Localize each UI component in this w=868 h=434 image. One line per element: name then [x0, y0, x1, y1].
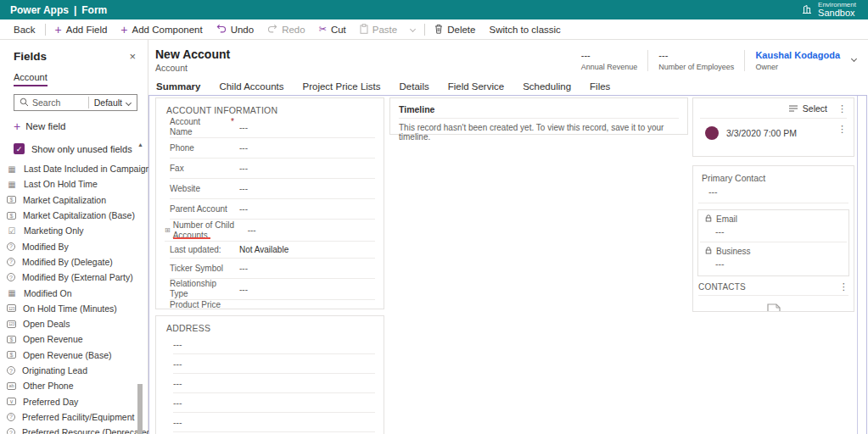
field-list-item[interactable]: Open Revenue — [7, 331, 148, 347]
field-label: Parent Account — [170, 204, 234, 214]
email-field-value[interactable]: --- — [698, 224, 848, 242]
field-list-item[interactable]: Preferred Resource (Deprecated) — [7, 425, 148, 434]
paste-options-dropdown[interactable] — [404, 19, 422, 39]
number-icon — [7, 304, 16, 312]
field-list-item[interactable]: Marketing Only — [7, 223, 148, 238]
field-list-item[interactable]: Other Phone — [7, 378, 148, 393]
close-icon[interactable]: × — [129, 50, 136, 63]
form-field-row[interactable]: --- — [173, 413, 375, 432]
more-options-icon[interactable]: ⋮ — [839, 282, 848, 292]
form-field-row[interactable]: Product Price List --- — [170, 300, 375, 309]
form-tab-strip: Summary Child Accounts Project Price Lis… — [148, 73, 868, 97]
field-label: Ticker Symbol — [170, 264, 234, 274]
form-field-row[interactable]: --- — [173, 354, 375, 374]
form-field-row[interactable]: --- — [173, 335, 375, 354]
field-list-item[interactable]: Market Capitalization — [7, 192, 148, 208]
clipboard-icon — [360, 24, 368, 36]
field-list-item[interactable]: Open Deals — [7, 316, 148, 331]
form-field-row-rollup[interactable]: ⊞ Number of Child Accounts --- — [165, 220, 375, 242]
stat-label: Number of Employees — [658, 63, 734, 71]
more-options-icon[interactable]: ⋮ — [837, 125, 847, 134]
new-field-label: New field — [25, 121, 65, 131]
field-list-item[interactable]: On Hold Time (Minutes) — [7, 301, 148, 316]
switch-to-classic-button[interactable]: Switch to classic — [482, 19, 567, 39]
search-input[interactable] — [32, 97, 88, 108]
cut-label: Cut — [331, 25, 346, 35]
plus-icon: + — [14, 120, 20, 132]
form-field-row[interactable]: Relationship Type --- — [170, 279, 375, 300]
field-value: --- — [173, 339, 182, 349]
add-component-button[interactable]: + Add Component — [114, 19, 209, 39]
number-icon — [7, 320, 16, 328]
paste-button[interactable]: Paste — [353, 19, 404, 39]
environment-picker[interactable]: Environment Sandbox — [802, 2, 856, 19]
owner-link[interactable]: Kaushal Kodagoda — [755, 50, 840, 60]
brand-name: Power Apps — [10, 4, 69, 16]
field-label: Preferred Day — [23, 397, 78, 407]
field-list-item[interactable]: Preferred Day — [7, 393, 148, 409]
form-field-row[interactable]: --- — [173, 393, 375, 413]
form-field-row[interactable]: --- — [173, 374, 375, 393]
plus-icon: + — [55, 24, 62, 36]
field-value: --- — [239, 285, 248, 294]
contacts-section-header: CONTACTS ⋮ — [698, 282, 848, 296]
toolbar-divider — [45, 24, 46, 36]
tab-account[interactable]: Account — [14, 72, 48, 86]
activity-item[interactable]: 3/3/2020 7:00 PM ⋮ — [693, 119, 854, 140]
form-field-row[interactable]: Account Name* --- — [170, 117, 375, 138]
lookup-icon — [7, 428, 15, 434]
quick-view-fields: Email --- Business --- — [697, 209, 849, 276]
form-field-row[interactable]: Parent Account --- — [170, 199, 375, 220]
view-selector[interactable]: Default — [89, 97, 126, 108]
lookup-icon — [7, 258, 15, 266]
delete-label: Delete — [447, 25, 475, 35]
chevron-down-icon[interactable] — [126, 99, 132, 105]
sidebar-scrollbar-thumb[interactable] — [137, 384, 143, 434]
field-label: On Hold Time (Minutes) — [23, 303, 117, 314]
form-canvas[interactable]: ACCOUNT INFORMATION Account Name* --- Ph… — [148, 95, 867, 434]
stat-label: Owner — [755, 63, 840, 71]
more-options-icon[interactable]: ⋮ — [837, 104, 847, 114]
delete-button[interactable]: Delete — [428, 19, 482, 39]
field-value: Not Available — [239, 245, 288, 254]
redo-button[interactable]: Redo — [260, 19, 312, 39]
calendar-icon — [7, 164, 17, 174]
form-field-row[interactable]: Ticker Symbol --- — [170, 259, 375, 279]
show-unused-checkbox[interactable]: ✓ Show only unused fields — [14, 143, 148, 154]
section-title: ACCOUNT INFORMATION — [156, 98, 384, 117]
business-field-value[interactable]: --- — [698, 256, 848, 274]
form-field-row[interactable]: Website --- — [170, 179, 375, 199]
primary-contact-value[interactable]: --- — [698, 185, 848, 203]
back-button[interactable]: Back — [7, 19, 42, 39]
show-unused-label: Show only unused fields — [31, 144, 132, 154]
business-field-label: Business — [698, 242, 848, 256]
field-list-item[interactable]: Modified By (Delegate) — [7, 254, 148, 270]
field-label: Account Name* — [170, 117, 234, 137]
timeline-card[interactable]: Timeline This record hasn't been created… — [389, 97, 688, 135]
form-field-row[interactable]: Phone --- — [170, 138, 375, 159]
currency-icon — [7, 351, 16, 359]
field-list-item[interactable]: Market Capitalization (Base) — [7, 208, 148, 223]
scroll-up-arrow[interactable]: ▲ — [137, 142, 143, 147]
field-list-item[interactable]: Open Revenue (Base) — [7, 348, 148, 363]
field-list-item[interactable]: Last On Hold Time — [7, 176, 148, 192]
chevron-down-icon[interactable] — [851, 56, 857, 62]
form-field-row[interactable]: Fax --- — [170, 159, 375, 179]
field-label: Last Date Included in Campaign — [24, 164, 150, 174]
app-brand[interactable]: Power Apps | Form — [10, 4, 107, 16]
validation-underline — [173, 237, 210, 239]
field-list-item[interactable]: Originating Lead — [7, 363, 148, 378]
cut-button[interactable]: ✂ Cut — [312, 19, 353, 39]
field-list-item[interactable]: Last Date Included in Campaign — [7, 161, 148, 176]
undo-button[interactable]: Undo — [210, 19, 261, 39]
field-list-item[interactable]: Modified On — [7, 285, 148, 300]
field-list-item[interactable]: Modified By — [7, 238, 148, 253]
field-value: --- — [239, 164, 248, 173]
field-list-item[interactable]: Preferred Facility/Equipment — [7, 409, 148, 425]
add-field-button[interactable]: + Add Field — [48, 19, 115, 39]
app-name: Form — [81, 4, 107, 16]
field-list-item[interactable]: Modified By (External Party) — [7, 270, 148, 285]
new-field-button[interactable]: + New field — [14, 120, 148, 132]
building-icon — [802, 3, 812, 18]
select-button[interactable]: Select — [803, 103, 827, 114]
